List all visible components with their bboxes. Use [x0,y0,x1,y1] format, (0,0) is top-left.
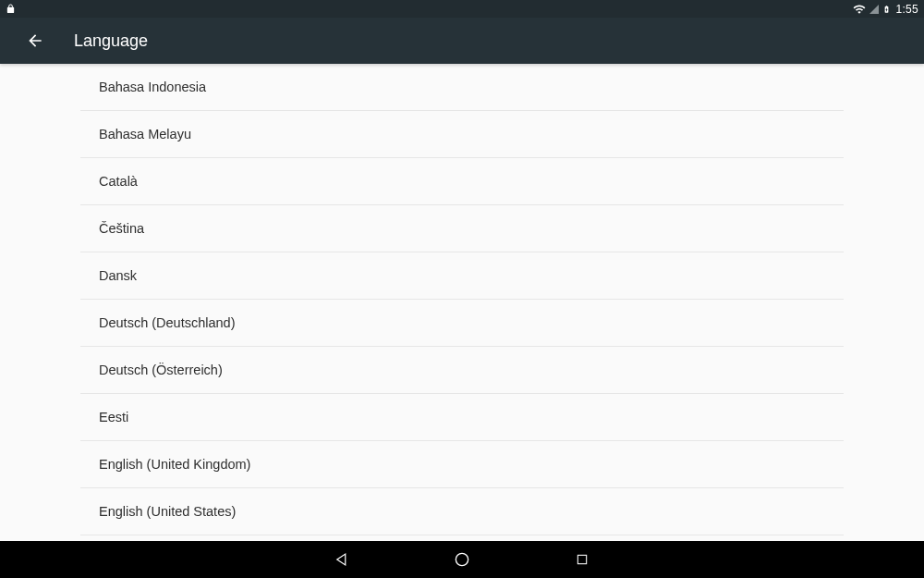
back-button[interactable] [17,22,54,59]
app-bar: Language [0,18,924,64]
battery-charging-icon [882,3,891,16]
lock-icon [6,4,16,14]
list-item[interactable]: Dansk [80,252,844,300]
list-item[interactable]: Eesti [80,394,844,441]
status-right: 1:55 [853,3,918,16]
language-label: Čeština [99,221,144,236]
language-label: Català [99,174,138,189]
wifi-icon [853,3,866,16]
triangle-back-icon [334,551,350,568]
nav-back-button[interactable] [332,549,352,570]
list-item[interactable]: Deutsch (Österreich) [80,347,844,394]
square-recent-icon [575,552,590,567]
no-sim-icon [869,4,880,15]
list-item[interactable]: Bahasa Indonesia [80,64,844,111]
language-label: Deutsch (Deutschland) [99,315,236,330]
language-list: Bahasa Indonesia Bahasa Melayu Català Če… [80,64,844,535]
list-item[interactable]: Deutsch (Deutschland) [80,300,844,347]
circle-home-icon [453,550,471,569]
arrow-back-icon [26,31,44,50]
navigation-bar [0,541,924,578]
status-left [6,4,16,14]
language-label: Deutsch (Österreich) [99,363,223,377]
nav-recent-button[interactable] [572,549,592,570]
list-item[interactable]: Čeština [80,205,844,252]
list-item[interactable]: English (United Kingdom) [80,441,844,488]
language-label: Dansk [99,268,137,283]
language-label: Bahasa Melayu [99,127,191,141]
language-label: English (United Kingdom) [99,457,250,472]
status-bar: 1:55 [0,0,924,18]
list-item[interactable]: English (United States) [80,488,844,535]
svg-point-0 [456,553,468,565]
page-title: Language [74,31,148,51]
svg-rect-1 [578,555,586,563]
list-item[interactable]: Bahasa Melayu [80,111,844,158]
content-area[interactable]: Bahasa Indonesia Bahasa Melayu Català Če… [0,64,924,541]
language-label: Bahasa Indonesia [99,80,206,94]
language-label: English (United States) [99,504,236,519]
nav-home-button[interactable] [452,549,472,570]
list-item[interactable]: Català [80,158,844,205]
status-clock: 1:55 [895,3,918,16]
language-label: Eesti [99,410,128,424]
